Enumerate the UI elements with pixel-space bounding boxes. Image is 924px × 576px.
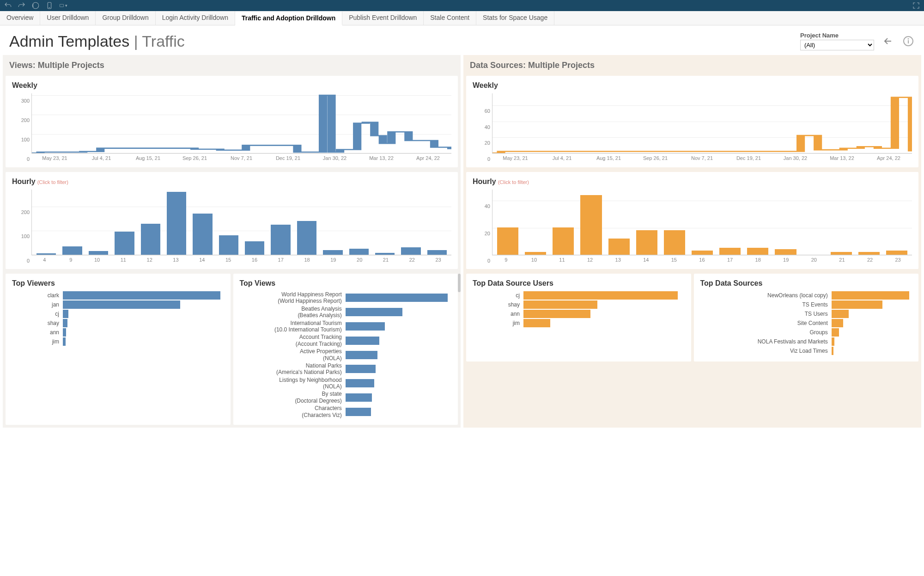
list-item[interactable]: shay: [12, 319, 224, 327]
tab-publish-event-drilldown[interactable]: Publish Event Drilldown: [342, 11, 424, 25]
views-hourly-chart[interactable]: 0100200491011121314151617181920212223: [12, 190, 451, 263]
list-item[interactable]: World Happiness Report(World Happiness R…: [240, 291, 452, 305]
views-hourly-title: Hourly(Click to filter): [12, 178, 451, 186]
top-ds-card[interactable]: Top Data Sources NewOrleans (local copy)…: [694, 274, 919, 362]
tab-login-activity-drilldown[interactable]: Login Activity Drilldown: [156, 11, 235, 25]
list-item[interactable]: NewOrleans (local copy): [700, 291, 912, 300]
list-item[interactable]: ann: [12, 328, 224, 337]
project-name-select[interactable]: (All): [800, 40, 874, 50]
list-item[interactable]: cj: [12, 310, 224, 318]
ds-hourly-title: Hourly(Click to filter): [473, 178, 912, 186]
svg-point-5: [908, 39, 909, 39]
list-item[interactable]: Account Tracking(Account Tracking): [240, 334, 452, 347]
fullscreen-icon[interactable]: [912, 1, 920, 10]
list-item[interactable]: NOLA Festivals and Markets: [700, 337, 912, 346]
views-weekly-chart[interactable]: 0100200300May 23, 21Jul 4, 21Aug 15, 21S…: [12, 93, 451, 162]
ds-weekly-card[interactable]: Weekly 0204060May 23, 21Jul 4, 21Aug 15,…: [466, 76, 918, 167]
back-arrow-icon[interactable]: [881, 35, 894, 48]
worksheet-tabs: OverviewUser DrilldownGroup DrilldownLog…: [0, 11, 924, 25]
top-ds-users-title: Top Data Source Users: [473, 279, 685, 288]
views-column: Views: Multiple Projects Weekly 01002003…: [3, 55, 461, 428]
list-item[interactable]: TS Events: [700, 300, 912, 309]
list-item[interactable]: Groups: [700, 328, 912, 337]
ds-section-title: Data Sources: Multiple Projects: [463, 55, 921, 74]
page-title: Admin Templates | Traffic: [9, 32, 185, 50]
list-item[interactable]: Beatles Analysis(Beatles Analysis): [240, 306, 452, 319]
list-item[interactable]: National Parks(America's National Parks): [240, 362, 452, 376]
top-ds-title: Top Data Sources: [700, 279, 912, 288]
top-ds-users-chart[interactable]: cjshayannjim: [473, 291, 685, 327]
list-item[interactable]: jim: [473, 319, 685, 327]
ds-hourly-chart[interactable]: 0204091011121314151617181920212223: [473, 190, 912, 263]
list-item[interactable]: clark: [12, 291, 224, 300]
presentation-icon[interactable]: ▾: [59, 1, 67, 10]
title-row: Admin Templates | Traffic Project Name (…: [0, 25, 924, 55]
list-item[interactable]: Viz Load Times: [700, 347, 912, 355]
list-item[interactable]: Site Content: [700, 319, 912, 327]
top-views-card[interactable]: Top Views World Happiness Report(World H…: [233, 274, 458, 425]
info-icon[interactable]: [902, 35, 915, 48]
list-item[interactable]: Characters(Characters Viz): [240, 405, 452, 418]
top-viewers-chart[interactable]: clarkjancjshayannjim: [12, 291, 224, 346]
top-ds-users-card[interactable]: Top Data Source Users cjshayannjim: [466, 274, 691, 362]
device-icon[interactable]: [45, 1, 54, 10]
tab-traffic-and-adoption-drilldown[interactable]: Traffic and Adoption Drilldown: [235, 12, 342, 25]
top-views-chart[interactable]: World Happiness Report(World Happiness R…: [240, 291, 452, 418]
list-item[interactable]: ann: [473, 310, 685, 318]
redo-icon[interactable]: [18, 1, 26, 10]
undo-icon[interactable]: [4, 1, 12, 10]
datasources-column: Data Sources: Multiple Projects Weekly 0…: [463, 55, 921, 428]
top-viewers-card[interactable]: Top Viewers clarkjancjshayannjim: [6, 274, 231, 425]
list-item[interactable]: Listings by Neighborhood(NOLA): [240, 377, 452, 390]
top-ds-chart[interactable]: NewOrleans (local copy)TS EventsTS Users…: [700, 291, 912, 355]
list-item[interactable]: shay: [473, 300, 685, 309]
list-item[interactable]: International Tourism(10.0 International…: [240, 320, 452, 333]
list-item[interactable]: Active Properties(NOLA): [240, 348, 452, 362]
views-hourly-card[interactable]: Hourly(Click to filter) 0100200491011121…: [6, 172, 458, 269]
views-section-title: Views: Multiple Projects: [3, 55, 461, 74]
ds-weekly-title: Weekly: [473, 81, 912, 90]
tab-user-drilldown[interactable]: User Drilldown: [40, 11, 96, 25]
ds-weekly-chart[interactable]: 0204060May 23, 21Jul 4, 21Aug 15, 21Sep …: [473, 93, 912, 162]
app-toolbar: ▾: [0, 0, 924, 11]
list-item[interactable]: jan: [12, 300, 224, 309]
views-weekly-card[interactable]: Weekly 0100200300May 23, 21Jul 4, 21Aug …: [6, 76, 458, 167]
filter-label: Project Name: [800, 32, 874, 39]
tab-group-drilldown[interactable]: Group Drilldown: [96, 11, 155, 25]
tab-stats-for-space-usage[interactable]: Stats for Space Usage: [476, 11, 554, 25]
tab-overview[interactable]: Overview: [0, 11, 40, 25]
svg-rect-2: [60, 4, 63, 6]
list-item[interactable]: cj: [473, 291, 685, 300]
scrollbar[interactable]: [458, 274, 461, 292]
top-viewers-title: Top Viewers: [12, 279, 224, 288]
list-item[interactable]: jim: [12, 337, 224, 346]
top-views-title: Top Views: [240, 279, 452, 288]
views-weekly-title: Weekly: [12, 81, 451, 90]
ds-hourly-card[interactable]: Hourly(Click to filter) 0204091011121314…: [466, 172, 918, 269]
list-item[interactable]: TS Users: [700, 310, 912, 318]
revert-icon[interactable]: [31, 1, 40, 10]
list-item[interactable]: By state(Doctoral Degrees): [240, 391, 452, 404]
tab-stale-content[interactable]: Stale Content: [424, 11, 476, 25]
